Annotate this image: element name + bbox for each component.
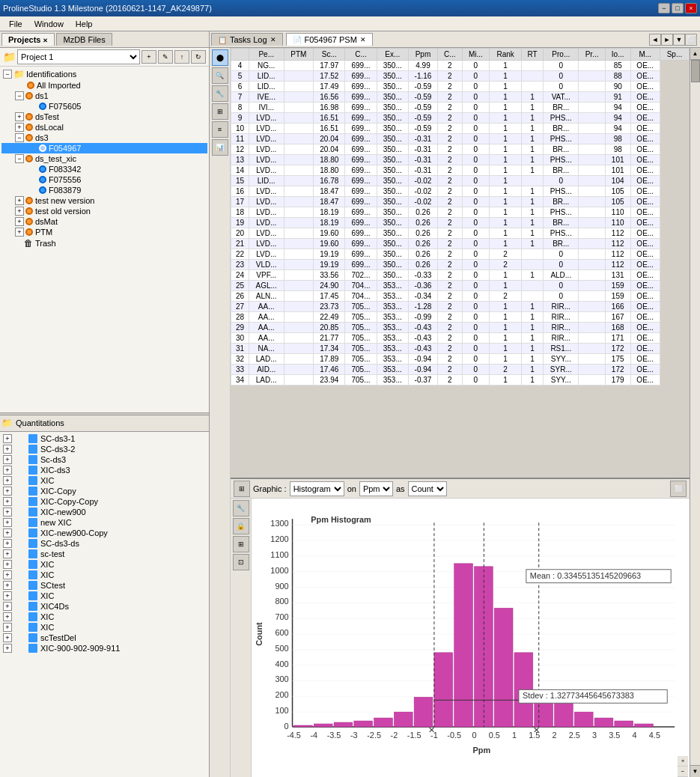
table-row[interactable]: 31NA...17.34705...353...-0.432011RS1...1… <box>231 344 690 354</box>
menu-help[interactable]: Help <box>70 18 99 30</box>
table-row[interactable]: 28AA...22.49705...353...-0.992011RIR...1… <box>231 312 690 323</box>
quant-sctestdel[interactable]: + scTestDel <box>1 633 207 643</box>
expand-xic-copy[interactable]: + <box>3 487 12 496</box>
table-row[interactable]: 9LVD...16.51699...350...-0.592011PHS...9… <box>231 113 690 124</box>
col-rt[interactable]: RT <box>521 49 543 61</box>
quant-xic-copy[interactable]: + XIC-Copy <box>1 486 207 496</box>
tab-mzdb-files[interactable]: MzDB Files <box>56 33 112 46</box>
side-btn-calc[interactable]: ≡ <box>212 121 228 138</box>
quant-xic-new900[interactable]: + XIC-new900 <box>1 507 207 517</box>
tree-identifications[interactable]: − 📁 Identifications <box>1 68 207 80</box>
tree-ds1[interactable]: − ds1 <box>1 91 207 101</box>
col-sp[interactable]: Sp... <box>660 49 689 61</box>
nav-right[interactable]: ► <box>661 34 673 46</box>
scroll-thumb[interactable] <box>691 60 700 82</box>
col-pr[interactable]: Pr... <box>579 49 605 61</box>
chart-type-select[interactable]: Histogram <box>290 481 344 496</box>
quant-xic-6[interactable]: + XIC <box>1 622 207 633</box>
expand-xic-6[interactable]: + <box>3 623 12 632</box>
tree-ptm[interactable]: + PTM <box>1 227 207 237</box>
table-row[interactable]: 10LVD...16.51699...350...-0.592011BR...9… <box>231 124 690 134</box>
col-protein[interactable]: Pro... <box>544 49 579 61</box>
scroll-up-btn[interactable]: ▲ <box>690 48 700 60</box>
edit-button[interactable]: ✎ <box>158 50 173 64</box>
table-row[interactable]: 19LVD...18.19699...350...0.262011BR...11… <box>231 218 690 228</box>
table-row[interactable]: 20LVD...19.60699...350...0.262011PHS...1… <box>231 228 690 239</box>
table-row[interactable]: 33AID...17.46705...353...-0.942021SYR...… <box>231 365 690 375</box>
expand-ds3[interactable]: − <box>15 133 24 142</box>
tree-trash[interactable]: 🗑 Trash <box>1 237 207 249</box>
expand-identifications[interactable]: − <box>3 70 12 79</box>
scroll-down-btn[interactable]: ▼ <box>690 765 700 777</box>
expand-xic-copy-copy[interactable]: + <box>3 497 12 506</box>
expand-sc-test[interactable]: + <box>3 549 12 558</box>
table-row[interactable]: 5LID...17.52699...350...-1.16201088OE... <box>231 71 690 82</box>
expand-ds-test-xic[interactable]: − <box>15 154 24 163</box>
quant-xic4ds[interactable]: + XIC4Ds <box>1 601 207 612</box>
chart-settings-btn[interactable]: ⊞ <box>234 481 250 497</box>
tree-ds3[interactable]: − ds3 <box>1 132 207 143</box>
chart-tool-1[interactable]: 🔧 <box>233 500 249 517</box>
quant-sc-test[interactable]: + sc-test <box>1 549 207 559</box>
table-row[interactable]: 18LVD...18.19699...350...0.262011PHS...1… <box>231 207 690 218</box>
tree-dslocal[interactable]: + dsLocal <box>1 122 207 132</box>
table-row[interactable]: 6LID...17.49699...350...-0.59201090OE... <box>231 82 690 92</box>
table-row[interactable]: 25AGL...24.90704...353...-0.362010159OE.… <box>231 281 690 291</box>
tab-tasks-log[interactable]: 📋 Tasks Log ✕ <box>211 33 283 46</box>
chart-tool-2[interactable]: 🔒 <box>233 518 249 534</box>
table-scroll-area[interactable]: Pe... PTM Sc... C... Ex... Ppm C... Mi..… <box>231 48 690 478</box>
expand-xic-2[interactable]: + <box>3 560 12 569</box>
side-btn-filter[interactable]: 🔍 <box>212 67 228 84</box>
expand-sc-ds3[interactable]: + <box>3 455 12 464</box>
up-button[interactable]: ↑ <box>174 50 189 64</box>
tree-test-old-version[interactable]: + test old version <box>1 206 207 216</box>
expand-dsmat[interactable]: + <box>15 217 24 226</box>
quant-sc-ds3[interactable]: + Sc-ds3 <box>1 454 207 465</box>
table-row[interactable]: 17LVD...18.47699...350...-0.022011BR...1… <box>231 197 690 207</box>
table-row[interactable]: 21LVD...19.60699...350...0.262011BR...11… <box>231 239 690 249</box>
col-m[interactable]: M... <box>630 49 660 61</box>
expand-xic4ds[interactable]: + <box>3 602 12 611</box>
chart-minus-btn[interactable]: − <box>678 767 688 777</box>
tree-f054967[interactable]: F054967 <box>1 143 207 153</box>
chart-tool-grid[interactable]: ⊞ <box>233 536 249 552</box>
col-ppm[interactable]: Ppm <box>408 49 437 61</box>
menu-window[interactable]: Window <box>28 18 70 30</box>
chart-metric-select[interactable]: Count <box>408 481 447 496</box>
quant-sctest[interactable]: + SCtest <box>1 580 207 591</box>
expand-dstest[interactable]: + <box>15 112 24 121</box>
quant-xic-copy-copy[interactable]: + XIC-Copy-Copy <box>1 496 207 507</box>
expand-sc-ds3-1[interactable]: + <box>3 434 12 443</box>
table-row[interactable]: 14LVD...18.80699...350...-0.312011BR...1… <box>231 165 690 176</box>
table-row[interactable]: 12LVD...20.04699...350...-0.312011BR...9… <box>231 144 690 155</box>
quant-sc-ds3-2[interactable]: + SC-ds3-2 <box>1 444 207 454</box>
quant-xic-3[interactable]: + XIC <box>1 570 207 580</box>
close-button[interactable]: × <box>685 3 697 13</box>
expand-xic-3[interactable]: + <box>3 570 12 579</box>
quant-xic[interactable]: + XIC <box>1 475 207 486</box>
chart-tool-4[interactable]: ◄ ⊡ <box>233 554 249 570</box>
expand-xic-4[interactable]: + <box>3 591 12 600</box>
quant-xic-5[interactable]: + XIC <box>1 612 207 622</box>
table-row[interactable]: 11LVD...20.04699...350...-0.312011PHS...… <box>231 134 690 144</box>
side-btn-circle[interactable]: ⬤ <box>212 49 228 66</box>
col-charge[interactable]: C... <box>345 49 377 61</box>
expand-xic-ds3[interactable]: + <box>3 466 12 475</box>
quant-xic-900[interactable]: + XIC-900-902-909-911 <box>1 643 207 653</box>
minimize-button[interactable]: − <box>658 3 670 13</box>
table-row[interactable]: 24VPF...33.56702...350...-0.332011ALD...… <box>231 270 690 281</box>
side-btn-wrench[interactable]: 🔧 <box>212 85 228 102</box>
expand-sctestdel[interactable]: + <box>3 633 12 642</box>
project-select[interactable]: Project 1 <box>17 49 140 64</box>
table-row[interactable]: 26ALN...17.45704...353...-0.342020159OE.… <box>231 291 690 302</box>
expand-test-new[interactable]: + <box>15 196 24 205</box>
table-row[interactable]: 30AA...21.77705...353...-0.432011RIR...1… <box>231 333 690 344</box>
side-btn-chart[interactable]: 📊 <box>212 139 228 156</box>
tab-projects[interactable]: Projects ✕ <box>1 33 55 46</box>
table-row[interactable]: 4NG...17.97699...350...4.99201085OE... <box>231 61 690 71</box>
chart-field-select[interactable]: Ppm <box>359 481 393 496</box>
table-row[interactable]: 23VLD...19.19699...350...0.262020112OE..… <box>231 260 690 270</box>
expand-test-old[interactable]: + <box>15 207 24 216</box>
expand-xic-new900[interactable]: + <box>3 508 12 517</box>
chart-plus-btn[interactable]: + <box>678 756 688 767</box>
